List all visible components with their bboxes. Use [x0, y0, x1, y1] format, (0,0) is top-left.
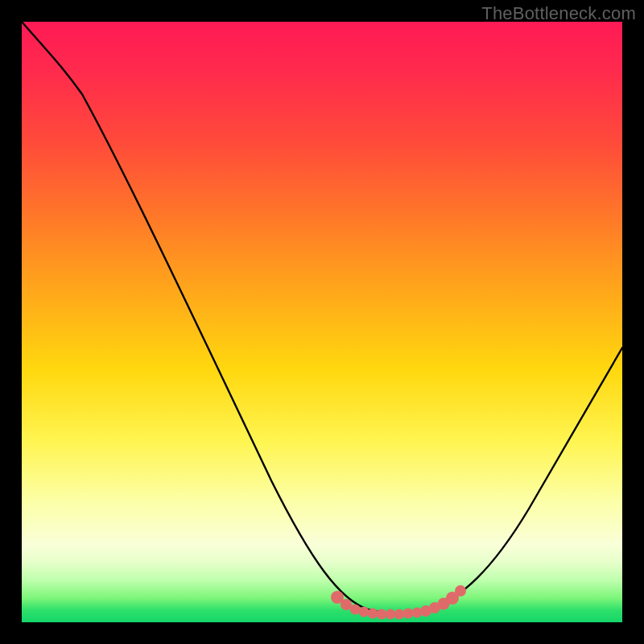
- marker-dot: [359, 607, 369, 617]
- marker-dot: [350, 605, 361, 615]
- minimum-markers: [331, 585, 466, 620]
- chart-stage: TheBottleneck.com: [0, 0, 644, 644]
- watermark-text: TheBottleneck.com: [481, 3, 636, 24]
- marker-dot: [403, 609, 414, 619]
- bottleneck-curve-path: [22, 22, 622, 613]
- marker-dot: [394, 609, 405, 620]
- bottleneck-curve-svg: [22, 22, 622, 622]
- marker-dot: [368, 609, 378, 619]
- marker-dot: [455, 585, 466, 597]
